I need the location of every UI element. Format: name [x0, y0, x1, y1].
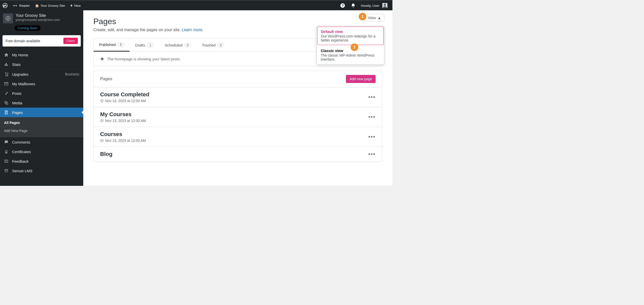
sidebar-item-label: Posts — [12, 91, 22, 96]
site-link[interactable]: 🏠 Your Groovy Site — [32, 1, 68, 11]
svg-point-4 — [384, 4, 386, 6]
sidebar-item-certificates[interactable]: Certificates — [0, 147, 83, 156]
ellipsis-icon[interactable]: ••• — [368, 134, 376, 140]
sidebar-item-label: My Mailboxes — [12, 82, 35, 86]
tab-trashed[interactable]: Trashed0 — [196, 38, 230, 52]
sidebar-item-side: Business — [65, 72, 79, 76]
tab-count: 1 — [147, 43, 153, 47]
mail-icon — [4, 81, 9, 86]
page-row[interactable]: My CoursesNov 13, 2023 at 12:00 AM••• — [94, 107, 382, 127]
domain-card: Free domain available Claim — [3, 35, 81, 47]
view-option-classic[interactable]: Classic view The classic WP-Admin WordPr… — [317, 46, 384, 64]
sidebar-item-posts[interactable]: Posts — [0, 89, 83, 98]
page-row[interactable]: Course CompletedNov 13, 2023 at 12:00 AM… — [94, 87, 382, 107]
page-row[interactable]: Blog••• — [94, 147, 382, 161]
reader-label: Reader — [19, 4, 30, 8]
clock-icon — [100, 139, 104, 142]
page-row-meta: Nov 13, 2023 at 12:00 AM — [100, 99, 149, 103]
howdy-label: Howdy, User — [361, 4, 379, 8]
pin-icon — [4, 91, 9, 96]
new-label: New — [74, 4, 81, 8]
plus-icon: + — [70, 3, 73, 8]
sidebar-item-upgrades[interactable]: UpgradesBusiness — [0, 69, 83, 79]
banner-text: The homepage is showing your latest post… — [107, 57, 181, 61]
claim-button[interactable]: Claim — [63, 38, 78, 44]
page-row-meta: Nov 13, 2023 at 12:00 AM — [100, 119, 146, 123]
sidebar-item-label: Upgrades — [12, 72, 28, 76]
view-option-desc: Our WordPress.com redesign for a better … — [321, 34, 380, 42]
avatar-icon — [382, 3, 387, 8]
sidebar-nav: My HomeStatsUpgradesBusinessMy Mailboxes… — [0, 50, 83, 176]
main-content: 1 View ▲ Default view Our WordPress.com … — [83, 10, 392, 186]
ellipsis-icon[interactable]: ••• — [368, 94, 376, 100]
sensei-icon — [4, 168, 9, 173]
sidebar-site-name: Your Groovy Site — [16, 13, 60, 18]
home-icon: 🏠 — [35, 4, 39, 8]
home-icon — [4, 53, 9, 57]
sidebar-item-feedback[interactable]: Feedback — [0, 156, 83, 166]
tab-published[interactable]: Published5 — [94, 38, 130, 52]
page-row-title: Blog — [100, 151, 112, 157]
tab-count: 5 — [118, 42, 124, 47]
wp-logo[interactable] — [0, 1, 10, 11]
globe-icon — [3, 13, 13, 23]
notifications-button[interactable] — [348, 1, 358, 11]
ellipsis-icon[interactable]: ••• — [368, 114, 376, 120]
pages-panel: Pages Add new page Course CompletedNov 1… — [93, 71, 382, 162]
feedback-icon — [4, 159, 9, 163]
page-row-meta: Nov 13, 2023 at 12:00 AM — [100, 139, 146, 143]
page-row-title: Courses — [100, 131, 146, 138]
sidebar-item-media[interactable]: Media — [0, 98, 83, 108]
sidebar-item-label: Sensei LMS — [12, 169, 32, 173]
sidebar-item-label: My Home — [12, 53, 28, 57]
tab-label: Published — [99, 42, 116, 47]
clock-icon — [100, 119, 104, 122]
comment-icon — [4, 140, 9, 144]
page-row-title: My Courses — [100, 111, 146, 118]
sidebar-item-label: Media — [12, 101, 22, 105]
svg-rect-6 — [5, 111, 8, 114]
sidebar-item-stats[interactable]: Stats — [0, 60, 83, 69]
page-row-title: Course Completed — [100, 91, 149, 98]
home-icon — [100, 57, 104, 61]
tab-drafts[interactable]: Drafts1 — [130, 38, 159, 52]
site-title-label: Your Groovy Site — [41, 4, 65, 8]
subnav-item-add-new-page[interactable]: Add New Page — [0, 127, 83, 135]
view-option-title: Default view — [321, 29, 380, 34]
ellipsis-icon[interactable]: ••• — [368, 151, 376, 157]
page-title: Pages — [93, 17, 382, 26]
cert-icon — [4, 149, 9, 154]
sidebar-subnav: All PagesAdd New Page — [0, 117, 83, 137]
sidebar-item-sensei-lms[interactable]: Sensei LMS — [0, 166, 83, 176]
sidebar-item-label: Stats — [12, 62, 21, 67]
site-card[interactable]: Your Groovy Site yourgroovysite.wordpres… — [0, 10, 83, 26]
bell-icon — [350, 3, 356, 8]
help-icon: ? — [340, 3, 345, 8]
view-option-default[interactable]: Default view Our WordPress.com redesign … — [317, 27, 384, 45]
sidebar-item-my-home[interactable]: My Home — [0, 50, 83, 60]
learn-more-link[interactable]: Learn more. — [182, 28, 203, 32]
tab-scheduled[interactable]: Scheduled0 — [159, 38, 196, 52]
chevron-up-icon: ▲ — [377, 16, 381, 20]
tab-count: 0 — [184, 43, 191, 47]
account-link[interactable]: Howdy, User — [358, 1, 390, 11]
view-button[interactable]: View ▲ — [365, 14, 384, 22]
reader-link[interactable]: 👓 Reader — [10, 1, 32, 11]
sidebar-item-my-mailboxes[interactable]: My Mailboxes — [0, 79, 83, 89]
page-row[interactable]: CoursesNov 13, 2023 at 12:00 AM••• — [94, 127, 382, 147]
admin-bar: 👓 Reader 🏠 Your Groovy Site + New ? Howd… — [0, 0, 392, 10]
clock-icon — [100, 99, 104, 103]
new-link[interactable]: + New — [67, 1, 83, 11]
sidebar-item-pages[interactable]: Pages — [0, 108, 83, 117]
svg-rect-8 — [5, 160, 8, 163]
tab-label: Drafts — [135, 43, 145, 47]
add-new-page-button[interactable]: Add new page — [346, 75, 376, 83]
glasses-icon: 👓 — [13, 3, 18, 8]
cart-icon — [4, 72, 9, 76]
page-icon — [4, 110, 9, 115]
sidebar-item-comments[interactable]: Comments — [0, 137, 83, 147]
step-badge-1: 1 — [359, 13, 366, 20]
svg-text:?: ? — [341, 4, 344, 8]
help-button[interactable]: ? — [337, 1, 348, 11]
subnav-item-all-pages[interactable]: All Pages — [0, 119, 83, 127]
